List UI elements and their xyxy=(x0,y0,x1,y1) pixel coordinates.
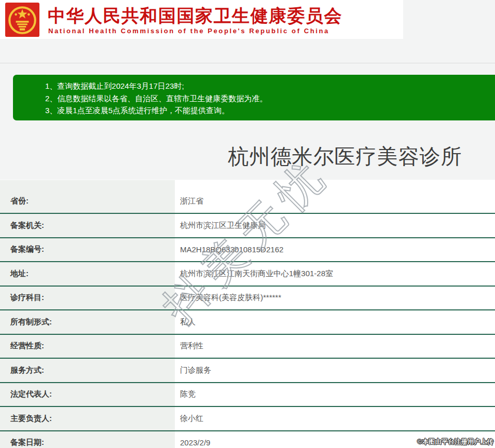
field-value: 杭州市滨江区卫生健康局 xyxy=(175,214,495,237)
field-label: 省份: xyxy=(0,180,175,213)
field-label: 诊疗科目: xyxy=(0,287,175,310)
notice-line-1: 1、查询数据截止到2024年3月17日23时; xyxy=(45,80,495,92)
field-value: 陈竞 xyxy=(175,383,495,406)
site-title-english: National Health Commission of the People… xyxy=(48,27,329,35)
site-header: 中华人民共和国国家卫生健康委员会 National Health Commiss… xyxy=(0,0,403,39)
field-label: 经营性质: xyxy=(0,335,175,358)
field-label: 备案日期: xyxy=(0,431,175,448)
page: 中华人民共和国国家卫生健康委员会 National Health Commiss… xyxy=(0,0,495,448)
site-title-chinese: 中华人民共和国国家卫生健康委员会 xyxy=(48,4,342,28)
field-value: 私人 xyxy=(175,310,495,334)
table-row: 服务方式:门诊服务 xyxy=(0,359,495,383)
field-label: 法定代表人: xyxy=(0,383,175,406)
field-label: 服务方式: xyxy=(0,359,175,382)
field-value: 徐小红 xyxy=(175,407,495,430)
record-table: 省份:浙江省备案机关:杭州市滨江区卫生健康局备案编号:MA2H18BQ63301… xyxy=(0,180,495,448)
field-value: 杭州市滨江区江南天街商业中心1幢301-28室 xyxy=(175,262,495,286)
field-value: 营利性 xyxy=(175,335,495,358)
table-row: 法定代表人:陈竞 xyxy=(0,383,495,408)
clinic-name-title: 杭州德米尔医疗美容诊所 xyxy=(195,142,495,171)
table-row: 备案编号:MA2H18BQ633010815D2162 xyxy=(0,238,495,263)
field-value: 医疗美容科(美容皮肤科)****** xyxy=(175,287,495,310)
field-value: 门诊服务 xyxy=(175,359,495,382)
table-row: 所有制形式:私人 xyxy=(0,310,495,335)
table-row: 备案机关:杭州市滨江区卫生健康局 xyxy=(0,214,495,238)
table-row: 经营性质:营利性 xyxy=(0,335,495,359)
table-row: 主要负责人:徐小红 xyxy=(0,407,495,431)
notice-line-2: 2、信息数据结果以各省、自治区、直辖市卫生健康委数据为准。 xyxy=(45,92,495,105)
field-value: MA2H18BQ633010815D2162 xyxy=(175,238,495,262)
field-value: 浙江省 xyxy=(175,180,495,213)
field-label: 备案机关: xyxy=(0,214,175,237)
query-notice-box: 1、查询数据截止到2024年3月17日23时; 2、信息数据结果以各省、自治区、… xyxy=(13,75,495,120)
header-divider xyxy=(0,63,495,63)
field-label: 备案编号: xyxy=(0,238,175,262)
table-row: 诊疗科目:医疗美容科(美容皮肤科)****** xyxy=(0,287,495,311)
national-emblem-icon xyxy=(5,3,40,37)
notice-line-3: 3、凌晨1点至凌晨5点系统进行维护，不能提供查询。 xyxy=(45,104,495,117)
field-label: 地址: xyxy=(0,262,175,286)
table-row: 地址:杭州市滨江区江南天街商业中心1幢301-28室 xyxy=(0,262,495,287)
photo-credit: ©本图由平台注册用户上传 xyxy=(417,438,493,446)
field-label: 所有制形式: xyxy=(0,310,175,334)
field-label: 主要负责人: xyxy=(0,407,175,430)
table-row: 省份:浙江省 xyxy=(0,180,495,214)
